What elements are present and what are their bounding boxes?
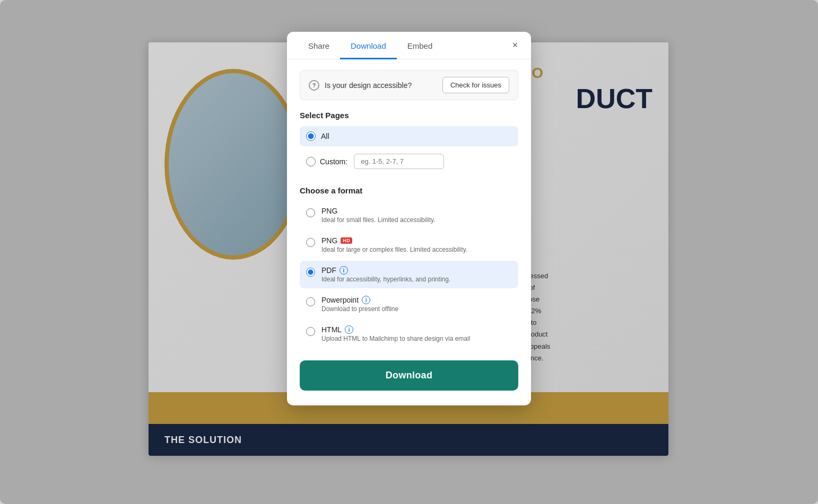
format-pdf-desc: Ideal for accessibility, hyperlinks, and… [321,276,512,283]
pdf-info-icon[interactable]: i [340,266,348,275]
html-info-icon[interactable]: i [345,325,353,334]
select-pages-heading: Select Pages [300,111,518,120]
modal-body: ? Is your design accessible? Check for i… [287,59,531,405]
format-png-hd-option[interactable]: PNG HD Ideal for large or complex files.… [300,231,518,259]
format-html-desc: Upload HTML to Mailchimp to share design… [321,335,512,342]
format-pdf-option[interactable]: PDF i Ideal for accessibility, hyperlink… [300,261,518,288]
tab-embed[interactable]: Embed [397,32,443,59]
format-powerpoint-name: Powerpoint i [321,296,512,304]
check-issues-button[interactable]: Check for issues [442,77,509,93]
format-png-hd-name: PNG HD [321,236,512,245]
accessibility-banner: ? Is your design accessible? Check for i… [300,70,518,100]
format-png-desc: Ideal for small files. Limited accessibi… [321,216,512,224]
format-powerpoint-desc: Download to present offline [321,305,512,313]
format-html-name: HTML i [321,325,512,334]
choose-format-heading: Choose a format [300,186,518,195]
format-png-hd-desc: Ideal for large or complex files. Limite… [321,246,512,253]
modal-tabs: Share Download Embed × [287,32,531,59]
pages-custom-label: Custom: [320,157,347,166]
pages-custom-input[interactable] [354,154,444,169]
format-png-radio[interactable] [306,208,315,217]
download-button[interactable]: Download [300,360,518,391]
format-png-hd-info: PNG HD Ideal for large or complex files.… [321,236,512,253]
select-pages-section: Select Pages All Custom: [300,111,518,173]
tab-share[interactable]: Share [298,32,340,59]
format-html-option[interactable]: HTML i Upload HTML to Mailchimp to share… [300,320,518,348]
format-png-option[interactable]: PNG Ideal for small files. Limited acces… [300,201,518,229]
format-html-info: HTML i Upload HTML to Mailchimp to share… [321,325,512,342]
choose-format-section: Choose a format PNG Ideal for small file… [300,186,518,348]
powerpoint-info-icon[interactable]: i [362,296,370,304]
modal-overlay: Share Download Embed × ? Is your design … [0,0,818,504]
hd-badge: HD [341,237,352,244]
format-powerpoint-radio[interactable] [306,297,315,306]
pages-all-label: All [321,132,329,140]
format-pdf-name: PDF i [321,266,512,275]
format-pdf-radio[interactable] [306,268,315,277]
format-powerpoint-info: Powerpoint i Download to present offline [321,296,512,313]
pages-custom-radio[interactable] [306,157,316,166]
format-png-info: PNG Ideal for small files. Limited acces… [321,207,512,224]
app-window: ⊞ TASSO DUCT ents, 64% have expressed e … [0,0,818,504]
accessibility-info-icon: ? [309,80,319,91]
accessibility-question: Is your design accessible? [325,81,437,90]
format-png-name: PNG [321,207,512,215]
close-button[interactable]: × [508,38,523,53]
format-powerpoint-option[interactable]: Powerpoint i Download to present offline [300,290,518,318]
tab-download[interactable]: Download [340,32,397,59]
format-html-radio[interactable] [306,327,315,336]
pages-all-radio[interactable] [306,131,316,141]
pages-all-option[interactable]: All [300,126,518,146]
download-modal: Share Download Embed × ? Is your design … [287,32,531,405]
format-png-hd-radio[interactable] [306,238,315,247]
format-pdf-info: PDF i Ideal for accessibility, hyperlink… [321,266,512,283]
pages-custom-option[interactable]: Custom: [300,149,518,173]
